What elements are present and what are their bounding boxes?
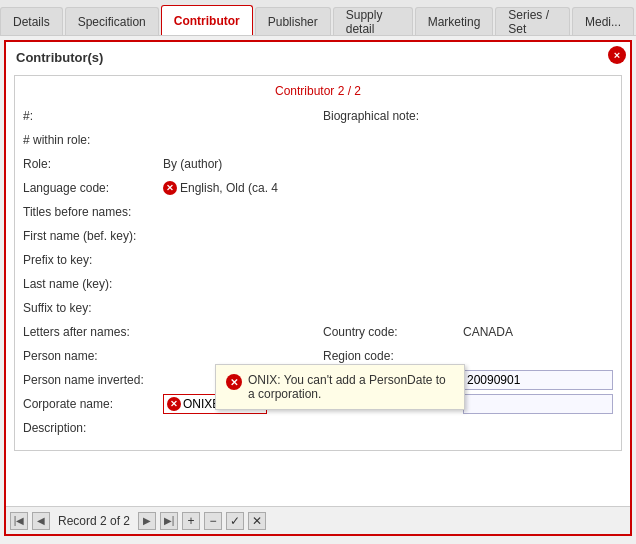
- tab-specification[interactable]: Specification: [65, 7, 159, 35]
- bottom-toolbar: |◀ ◀ Record 2 of 2 ▶ ▶| + − ✓ ✕: [6, 506, 630, 534]
- field-right-5: [323, 202, 613, 222]
- field-within-role: # within role:: [23, 130, 313, 150]
- field-prefix-key: Prefix to key:: [23, 250, 313, 270]
- panel-title: Contributor(s): [12, 48, 624, 71]
- field-titles-before: Titles before names:: [23, 202, 313, 222]
- tab-series-set[interactable]: Series / Set: [495, 7, 570, 35]
- field-letters-after: Letters after names:: [23, 322, 313, 342]
- nav-last-button[interactable]: ▶|: [160, 512, 178, 530]
- main-panel: Contributor(s) × Contributor 2 / 2 #: # …: [4, 40, 632, 536]
- death-date-input[interactable]: [463, 394, 613, 414]
- tab-marketing[interactable]: Marketing: [415, 7, 494, 35]
- field-right-8: [323, 274, 613, 294]
- contributor-header: Contributor 2 / 2: [23, 84, 613, 98]
- tab-supply-detail[interactable]: Supply detail: [333, 7, 413, 35]
- close-button[interactable]: ×: [608, 46, 626, 64]
- field-suffix-key: Suffix to key:: [23, 298, 313, 318]
- field-description: Description:: [23, 418, 313, 438]
- confirm-button[interactable]: ✓: [226, 512, 244, 530]
- field-right-3: [323, 154, 613, 174]
- record-label: Record 2 of 2: [58, 514, 130, 528]
- field-region-code: Region code:: [323, 346, 613, 366]
- field-bio-note: Biographical note:: [323, 106, 613, 126]
- field-language-code: Language code: ✕ English, Old (ca. 4: [23, 178, 313, 198]
- field-role: Role: By (author): [23, 154, 313, 174]
- field-last-name: Last name (key):: [23, 274, 313, 294]
- field-country-code: Country code: CANADA: [323, 322, 613, 342]
- birth-date-input[interactable]: [463, 370, 613, 390]
- cancel-button[interactable]: ✕: [248, 512, 266, 530]
- nav-prev-button[interactable]: ◀: [32, 512, 50, 530]
- field-first-name: First name (bef. key):: [23, 226, 313, 246]
- field-right-7: [323, 250, 613, 270]
- field-person-name: Person name:: [23, 346, 313, 366]
- remove-button[interactable]: −: [204, 512, 222, 530]
- language-error-icon: ✕: [163, 181, 177, 195]
- nav-next-button[interactable]: ▶: [138, 512, 156, 530]
- tab-media[interactable]: Medi...: [572, 7, 634, 35]
- inner-container: Contributor 2 / 2 #: # within role: Role…: [14, 75, 622, 451]
- field-hash: #:: [23, 106, 313, 126]
- tooltip-error-icon: ✕: [226, 374, 242, 390]
- field-right-4: [323, 178, 613, 198]
- tooltip-message: ONIX: You can't add a PersonDate to a co…: [248, 373, 454, 401]
- tab-details[interactable]: Details: [0, 7, 63, 35]
- nav-first-button[interactable]: |◀: [10, 512, 28, 530]
- field-right-6: [323, 226, 613, 246]
- corporate-error-icon: ✕: [167, 397, 181, 411]
- tab-publisher[interactable]: Publisher: [255, 7, 331, 35]
- field-right-9: [323, 298, 613, 318]
- tab-bar: Details Specification Contributor Publis…: [0, 0, 636, 36]
- error-tooltip: ✕ ONIX: You can't add a PersonDate to a …: [215, 364, 465, 410]
- add-button[interactable]: +: [182, 512, 200, 530]
- field-right-2: [323, 130, 613, 150]
- tab-contributor[interactable]: Contributor: [161, 5, 253, 35]
